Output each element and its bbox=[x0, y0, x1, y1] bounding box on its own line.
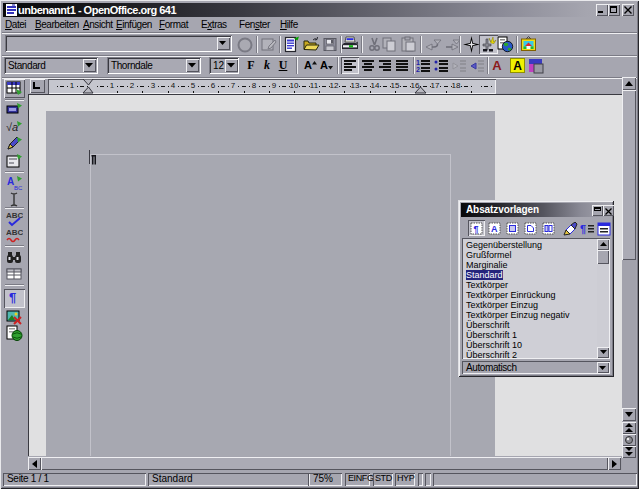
svg-text:√a: √a bbox=[6, 121, 18, 133]
svg-text:¶: ¶ bbox=[580, 223, 586, 235]
svg-text:1: 1 bbox=[416, 59, 420, 66]
svg-text:A: A bbox=[491, 224, 498, 234]
svg-text:2: 2 bbox=[416, 66, 420, 73]
svg-text:ABC: ABC bbox=[6, 228, 23, 237]
svg-text:¶: ¶ bbox=[474, 224, 479, 234]
